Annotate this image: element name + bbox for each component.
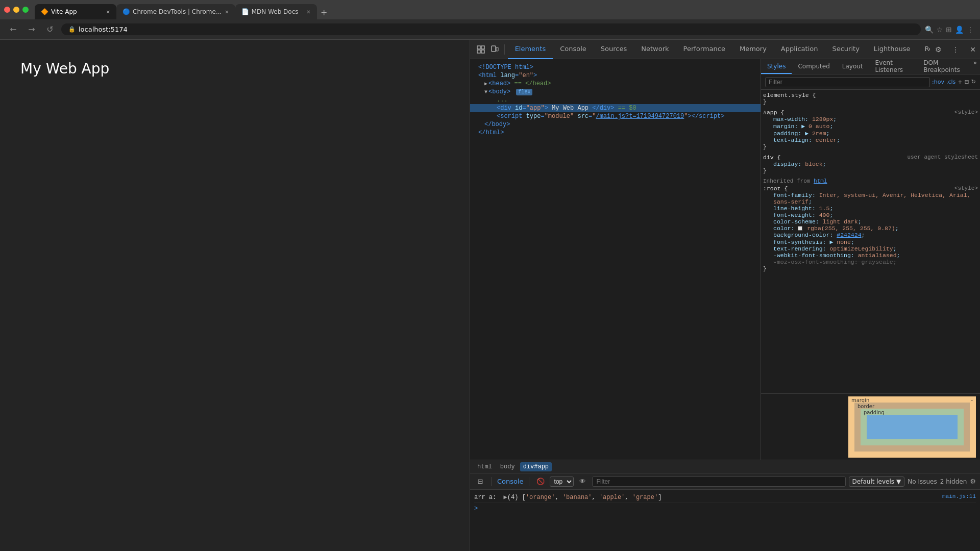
maximize-window-button[interactable] bbox=[22, 7, 29, 13]
profile-icon[interactable]: 👤 bbox=[955, 26, 964, 34]
back-button[interactable]: ← bbox=[6, 22, 20, 36]
dt-tab-recorder[interactable]: Recorder 🎙 bbox=[918, 40, 930, 59]
html-line-body[interactable]: ▼<body> flex bbox=[470, 88, 761, 96]
css-prop-font-family: font-family: Inter, system-ui, Avenir, H… bbox=[763, 192, 978, 205]
dt-tab-network[interactable]: Network bbox=[634, 40, 676, 59]
menu-icon[interactable]: ⋮ bbox=[967, 26, 974, 34]
device-toolbar-button[interactable] bbox=[488, 42, 501, 57]
svg-rect-4 bbox=[492, 46, 496, 52]
dt-tab-memory[interactable]: Memory bbox=[732, 40, 774, 59]
url-bar[interactable]: 🔒 localhost:5174 bbox=[61, 23, 921, 35]
browser-window: 🔶 Vite App ✕ 🔵 Chrome DevTools | Chrome.… bbox=[0, 0, 980, 551]
console-log-entry: arr a: ▶(4) ['orange', 'banana', 'apple'… bbox=[474, 492, 976, 503]
elements-panel[interactable]: <!DOCTYPE html> <html lang="en"> ▶<head>… bbox=[470, 59, 761, 460]
tab-close-devtools[interactable]: ✕ bbox=[225, 9, 229, 15]
minimize-window-button[interactable] bbox=[13, 7, 19, 13]
css-prop-display: display: block; bbox=[763, 161, 978, 167]
breadcrumb-item-body[interactable]: body bbox=[497, 462, 518, 471]
add-style-button[interactable]: + bbox=[958, 79, 962, 85]
dt-tab-application[interactable]: Application bbox=[774, 40, 825, 59]
console-log-source[interactable]: main.js:11 bbox=[942, 493, 976, 501]
css-prop-font-weight: font-weight: 400; bbox=[763, 212, 978, 218]
dt-tab-security[interactable]: Security bbox=[825, 40, 866, 59]
devtools-settings-area: ⚙ ⋮ ✕ bbox=[931, 42, 976, 57]
console-toolbar: ⊟ Console 🚫 top 👁 Default levels ▼ bbox=[470, 473, 980, 490]
html-line-head[interactable]: ▶<head> == </head> bbox=[470, 80, 761, 88]
tab-favicon-vite: 🔶 bbox=[41, 8, 48, 15]
computed-style-button[interactable]: ⊟ bbox=[965, 79, 969, 85]
box-model-area: margin - border - padding - bbox=[761, 393, 980, 460]
dt-tab-console[interactable]: Console bbox=[553, 40, 594, 59]
st-tab-event-listeners[interactable]: Event Listeners bbox=[869, 59, 918, 74]
breadcrumb-item-div-app[interactable]: div#app bbox=[520, 462, 552, 471]
devtools-settings-button[interactable]: ⚙ bbox=[931, 42, 945, 57]
console-levels-select[interactable]: Default levels ▼ bbox=[849, 477, 905, 487]
console-filter-input[interactable] bbox=[592, 477, 846, 487]
css-prop-color-scheme: color-scheme: light dark; bbox=[763, 218, 978, 225]
toolbar-separator bbox=[504, 44, 505, 55]
css-prop-margin: margin: ▶ 0 auto; bbox=[763, 122, 978, 130]
devtools-close-button[interactable]: ✕ bbox=[970, 45, 976, 54]
main-area: My Web App Elements Console bbox=[0, 40, 980, 551]
dt-tab-sources[interactable]: Sources bbox=[594, 40, 634, 59]
console-content[interactable]: arr a: ▶(4) ['orange', 'banana', 'apple'… bbox=[470, 490, 980, 551]
html-line-ellipsis: ... bbox=[470, 96, 761, 104]
styles-filter-input[interactable] bbox=[765, 77, 930, 87]
cls-toggle[interactable]: .cls bbox=[946, 79, 955, 85]
dt-tab-lighthouse[interactable]: Lighthouse bbox=[867, 40, 918, 59]
lock-icon: 🔒 bbox=[68, 26, 76, 33]
console-clear-button[interactable]: 🚫 bbox=[534, 475, 547, 488]
reload-button[interactable]: ↺ bbox=[43, 22, 57, 36]
console-dock-button[interactable]: ⊟ bbox=[474, 475, 486, 488]
css-prop-bg-color: background-color: #242424; bbox=[763, 232, 978, 238]
st-tab-dom-breakpoints[interactable]: DOM Breakpoints bbox=[917, 59, 970, 74]
devtools-panel: Elements Console Sources Network Perform… bbox=[470, 40, 980, 551]
breadcrumb: html body div#app bbox=[470, 460, 980, 473]
console-settings-button[interactable]: ⚙ bbox=[970, 478, 976, 485]
css-close-root: } bbox=[763, 265, 978, 272]
box-model: margin - border - padding - bbox=[848, 396, 976, 458]
console-eye-button[interactable]: 👁 bbox=[577, 475, 589, 488]
st-tab-styles[interactable]: Styles bbox=[761, 59, 792, 74]
svg-rect-2 bbox=[477, 50, 480, 53]
address-bar-actions: 🔍 ☆ ⊞ 👤 ⋮ bbox=[925, 26, 974, 34]
devtools-more-button[interactable]: ⋮ bbox=[948, 42, 963, 57]
tab-close-mdn[interactable]: ✕ bbox=[306, 9, 310, 15]
box-model-content bbox=[867, 415, 958, 439]
tab-mdn[interactable]: 📄 MDN Web Docs ✕ bbox=[235, 4, 317, 19]
st-tab-computed[interactable]: Computed bbox=[792, 59, 836, 74]
refresh-style-button[interactable]: ↻ bbox=[971, 79, 976, 85]
svg-rect-1 bbox=[481, 46, 484, 49]
html-line-script[interactable]: <script type="module" src="/main.js?t=17… bbox=[470, 112, 761, 120]
tab-vite[interactable]: 🔶 Vite App ✕ bbox=[35, 4, 116, 19]
forward-button[interactable]: → bbox=[24, 22, 39, 36]
console-prompt-symbol: > bbox=[474, 505, 478, 512]
tab-close-vite[interactable]: ✕ bbox=[106, 9, 110, 15]
st-tab-layout[interactable]: Layout bbox=[836, 59, 869, 74]
css-prop-moz-smoothing: -moz-osx-font-smoothing: grayscale; bbox=[763, 259, 978, 265]
svg-rect-3 bbox=[481, 50, 484, 53]
breadcrumb-item-html[interactable]: html bbox=[474, 462, 495, 471]
css-prop-line-height: line-height: 1.5; bbox=[763, 205, 978, 212]
dt-tab-elements[interactable]: Elements bbox=[508, 40, 553, 59]
tab-devtools[interactable]: 🔵 Chrome DevTools | Chrome... ✕ bbox=[116, 4, 235, 19]
styles-more-button[interactable]: » bbox=[970, 59, 980, 74]
close-window-button[interactable] bbox=[4, 7, 10, 13]
bookmark-icon[interactable]: ☆ bbox=[937, 26, 943, 34]
search-icon[interactable]: 🔍 bbox=[925, 26, 934, 34]
styles-content: element.style { } #app { <style> max-wid… bbox=[761, 90, 980, 393]
html-line-html[interactable]: <html lang="en"> bbox=[470, 71, 761, 80]
css-close-element-style: } bbox=[763, 98, 978, 105]
html-line-div-app[interactable]: <div id="app"> My Web App </div> == $0 bbox=[470, 104, 761, 112]
console-levels-label: Default levels bbox=[852, 478, 894, 485]
dt-tab-performance[interactable]: Performance bbox=[676, 40, 732, 59]
inspect-element-button[interactable] bbox=[474, 42, 487, 57]
hov-toggle[interactable]: :hov bbox=[932, 79, 944, 85]
css-prop-text-rendering: text-rendering: optimizeLegibility; bbox=[763, 245, 978, 252]
new-tab-button[interactable]: + bbox=[317, 5, 331, 19]
console-context-select[interactable]: top bbox=[550, 477, 574, 487]
extensions-icon[interactable]: ⊞ bbox=[946, 26, 952, 34]
html-line-doctype: <!DOCTYPE html> bbox=[470, 63, 761, 71]
console-prompt[interactable]: > bbox=[474, 503, 976, 514]
css-prop-text-align: text-align: center; bbox=[763, 137, 978, 143]
